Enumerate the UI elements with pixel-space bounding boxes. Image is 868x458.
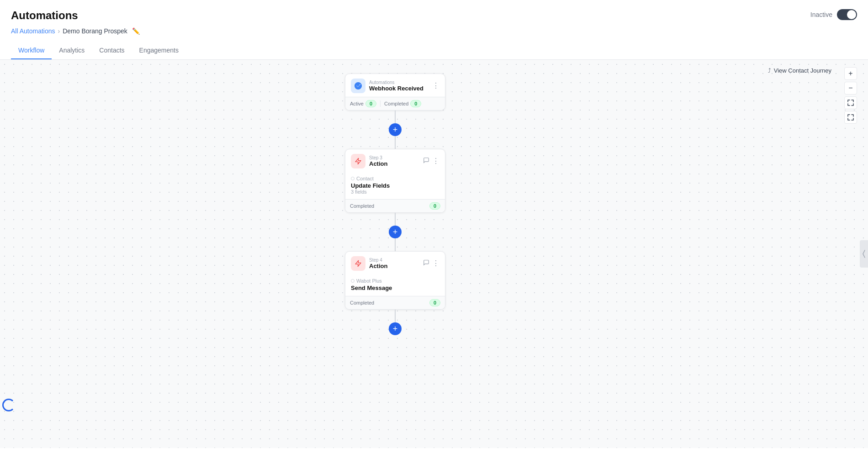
connector-1 [395, 111, 396, 123]
workflow-canvas: ⤴ View Contact Journey + − [0, 60, 868, 448]
action1-dot [351, 177, 355, 180]
view-journey-label: View Contact Journey [774, 67, 831, 74]
webhook-icon-wrap [351, 79, 365, 93]
svg-marker-1 [355, 158, 361, 164]
action1-footer-badge: 0 [429, 202, 440, 210]
tab-contacts[interactable]: Contacts [92, 42, 132, 59]
workflow-container: Automations Webhook Received ⋮ Active 0 … [345, 74, 445, 335]
svg-marker-2 [355, 260, 361, 266]
inactive-label: Inactive [810, 11, 832, 18]
webhook-node: Automations Webhook Received ⋮ Active 0 … [345, 74, 445, 111]
canvas-controls: + − [844, 67, 857, 124]
webhook-active-badge: 0 [365, 100, 376, 107]
action2-menu-icon[interactable]: ⋮ [432, 260, 439, 267]
action2-comment-icon[interactable] [423, 259, 429, 268]
action1-subtitle: Step 3 [369, 155, 387, 160]
webhook-completed-label: Completed [384, 101, 408, 106]
fit-screen-button-1[interactable] [844, 96, 857, 109]
connector-4 [395, 238, 396, 251]
action1-menu-icon[interactable]: ⋮ [432, 158, 439, 165]
zoom-in-button[interactable]: + [844, 67, 857, 80]
view-contact-journey-button[interactable]: ⤴ View Contact Journey [768, 67, 831, 74]
connector-3 [395, 213, 396, 226]
journey-icon: ⤴ [768, 67, 771, 74]
action1-body-sub: 3 fields [351, 189, 439, 195]
action2-dot [351, 279, 355, 283]
action1-body-label: Contact [356, 176, 374, 181]
loading-indicator [2, 399, 15, 411]
webhook-subtitle: Automations [369, 80, 423, 85]
action1-node: Step 3 Action ⋮ Contact Update Fields [345, 149, 445, 213]
action1-icon-wrap [351, 154, 365, 168]
action1-body-main: Update Fields [351, 182, 439, 189]
action1-title: Action [369, 160, 387, 167]
action2-subtitle: Step 4 [369, 258, 387, 263]
breadcrumb-current: Demo Borang Prospek [63, 27, 127, 35]
action2-footer-badge: 0 [429, 299, 440, 306]
action1-comment-icon[interactable] [423, 157, 429, 165]
breadcrumb-separator: › [58, 27, 60, 35]
active-toggle[interactable] [837, 9, 857, 20]
webhook-menu-icon[interactable]: ⋮ [432, 82, 439, 89]
tab-analytics[interactable]: Analytics [52, 42, 92, 59]
action2-body-label: Wabot Plus [356, 278, 382, 284]
zoom-out-button[interactable]: − [844, 82, 857, 95]
add-step-button-2[interactable]: + [389, 226, 402, 238]
action2-node: Step 4 Action ⋮ Wabot Plus Send Message [345, 251, 445, 310]
edit-icon[interactable]: ✏️ [132, 27, 140, 35]
page-title: Automations [11, 9, 857, 22]
all-automations-link[interactable]: All Automations [11, 27, 55, 35]
breadcrumb: All Automations › Demo Borang Prospek ✏️ [11, 27, 857, 35]
action2-footer-label: Completed [350, 300, 374, 305]
action2-icon-wrap [351, 256, 365, 271]
action2-body-main: Send Message [351, 284, 439, 291]
webhook-completed-badge: 0 [410, 100, 421, 107]
add-step-button-1[interactable]: + [389, 123, 402, 136]
tab-engagements[interactable]: Engagements [132, 42, 186, 59]
webhook-title: Webhook Received [369, 85, 423, 92]
action1-footer-label: Completed [350, 203, 374, 209]
connector-2 [395, 136, 396, 149]
tab-workflow[interactable]: Workflow [11, 42, 52, 59]
webhook-active-label: Active [350, 101, 364, 106]
fit-screen-button-2[interactable] [844, 111, 857, 124]
connector-5 [395, 310, 396, 322]
right-panel-tab[interactable] [860, 240, 868, 268]
add-step-button-3[interactable]: + [389, 322, 402, 335]
action2-title: Action [369, 263, 387, 269]
